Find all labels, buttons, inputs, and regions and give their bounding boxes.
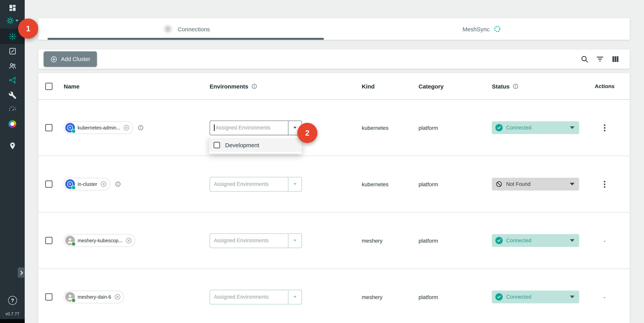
header-checkbox-cell: [38, 83, 57, 90]
option-checkbox[interactable]: [214, 142, 220, 148]
chevron-down-icon: [294, 127, 296, 129]
select-caret-box[interactable]: [288, 177, 302, 191]
users-icon: [8, 62, 16, 70]
sidebar-item-extensions[interactable]: [0, 116, 25, 132]
header-category[interactable]: Category: [412, 83, 485, 89]
status-label: Connected: [506, 238, 532, 243]
sidebar-item-performance[interactable]: [0, 102, 25, 117]
row-checkbox[interactable]: [45, 180, 52, 188]
environments-select[interactable]: Assigned Environments: [210, 177, 302, 191]
select-caret-box[interactable]: [288, 290, 302, 304]
not-found-icon: [495, 180, 503, 188]
meshery-avatar: [65, 292, 75, 302]
remove-connection-icon[interactable]: [123, 124, 130, 131]
row-checkbox[interactable]: [45, 293, 52, 300]
connection-name: kubernetes-admin...: [78, 125, 120, 130]
status-select[interactable]: Connected: [492, 234, 579, 247]
remove-connection-icon[interactable]: [125, 237, 132, 244]
annotation-marker-1: 1: [18, 19, 38, 39]
sidebar-item-catalog[interactable]: [0, 138, 25, 153]
chevron-down-icon: [570, 183, 574, 185]
info-icon[interactable]: [138, 124, 144, 131]
help-button[interactable]: ?: [8, 296, 17, 305]
status-label: Connected: [506, 125, 532, 131]
environments-select[interactable]: Assigned Environments: [210, 233, 302, 248]
status-dot: [72, 242, 76, 246]
sidebar-item-service-mesh[interactable]: [0, 72, 25, 88]
kind-cell: kubernetes: [355, 181, 412, 187]
environments-placeholder: Assigned Environments: [214, 294, 269, 300]
more-actions-button[interactable]: [604, 127, 606, 128]
tab-meshsync[interactable]: MeshSync: [334, 18, 630, 40]
sidebar-expand-button[interactable]: [18, 267, 24, 278]
remove-connection-icon[interactable]: [114, 293, 121, 300]
header-kind[interactable]: Kind: [355, 83, 412, 89]
table-header-row: Name Environments Kind Category Status A…: [38, 73, 630, 100]
row-checkbox[interactable]: [45, 237, 52, 244]
connection-name: meshery-dain-6: [78, 294, 111, 300]
environments-placeholder: Assigned Environments: [216, 125, 270, 131]
service-mesh-icon: [8, 76, 16, 84]
actions-cell: [580, 183, 630, 185]
status-select[interactable]: Connected: [492, 121, 579, 134]
add-cluster-button[interactable]: Add Cluster: [44, 51, 97, 67]
row-checkbox[interactable]: [45, 124, 52, 131]
checkbox-cell: [38, 124, 57, 131]
connected-check-icon: [495, 237, 503, 244]
text-cursor: [214, 124, 214, 131]
filter-icon[interactable]: [596, 55, 604, 63]
question-mark-icon: ?: [11, 298, 14, 303]
status-cell: Not Found: [485, 178, 580, 190]
toolbar: Add Cluster: [38, 50, 630, 69]
connection-name: meshery-kubescop...: [78, 238, 122, 243]
category-cell: platform: [412, 237, 485, 244]
status-dot: [72, 129, 76, 133]
name-cell: in-cluster: [57, 178, 203, 190]
connection-chip[interactable]: meshery-kubescop...: [64, 234, 135, 247]
environment-option[interactable]: Development: [209, 138, 302, 152]
status-cell: Connected: [485, 290, 580, 303]
tab-connections[interactable]: Connections: [38, 18, 334, 40]
status-dot: [72, 298, 76, 302]
header-status[interactable]: Status: [485, 83, 580, 89]
info-icon[interactable]: [251, 83, 258, 89]
status-select[interactable]: Connected: [492, 290, 579, 303]
select-all-checkbox[interactable]: [45, 83, 52, 90]
connection-chip[interactable]: kubernetes-admin...: [64, 121, 133, 134]
connections-icon: [8, 32, 16, 40]
tab-meshsync-label: MeshSync: [462, 26, 490, 32]
chevron-down-icon: [294, 239, 296, 241]
meshery-app: ? v0.7.77 1 Connections MeshSync Add Clu…: [0, 0, 644, 323]
header-status-label: Status: [492, 83, 510, 89]
sidebar-item-toolkit[interactable]: [0, 87, 25, 103]
connection-chip[interactable]: in-cluster: [64, 178, 110, 190]
more-actions-button[interactable]: [604, 183, 606, 185]
chevron-down-icon: [16, 20, 18, 22]
connections-tab-icon: [164, 25, 172, 33]
checkbox-cell: [38, 237, 57, 244]
no-actions-dash: -: [604, 237, 606, 244]
sidebar-bottom-strip: [0, 319, 25, 323]
environments-select[interactable]: Assigned Environments: [210, 289, 302, 304]
performance-icon: [8, 105, 16, 113]
status-select[interactable]: Not Found: [492, 178, 579, 190]
kind-cell: meshery: [355, 237, 412, 244]
sidebar-item-configuration[interactable]: [0, 43, 25, 59]
select-caret-box[interactable]: [288, 234, 302, 247]
header-environments[interactable]: Environments: [203, 83, 355, 89]
info-icon[interactable]: [512, 83, 519, 89]
category-cell: platform: [412, 125, 485, 131]
checkbox-cell: [38, 293, 57, 300]
columns-view-icon[interactable]: [611, 55, 620, 63]
remove-connection-icon[interactable]: [100, 180, 107, 188]
environments-select[interactable]: Assigned Environments: [210, 120, 302, 135]
connection-chip[interactable]: meshery-dain-6: [64, 290, 124, 303]
search-icon[interactable]: [580, 55, 589, 63]
kind-cell: kubernetes: [355, 125, 412, 131]
chevron-down-icon: [570, 126, 574, 129]
sidebar-item-users[interactable]: [0, 58, 25, 73]
info-icon[interactable]: [114, 181, 121, 187]
connected-check-icon: [495, 124, 503, 131]
header-name[interactable]: Name: [57, 83, 203, 89]
wrench-icon: [8, 91, 16, 99]
